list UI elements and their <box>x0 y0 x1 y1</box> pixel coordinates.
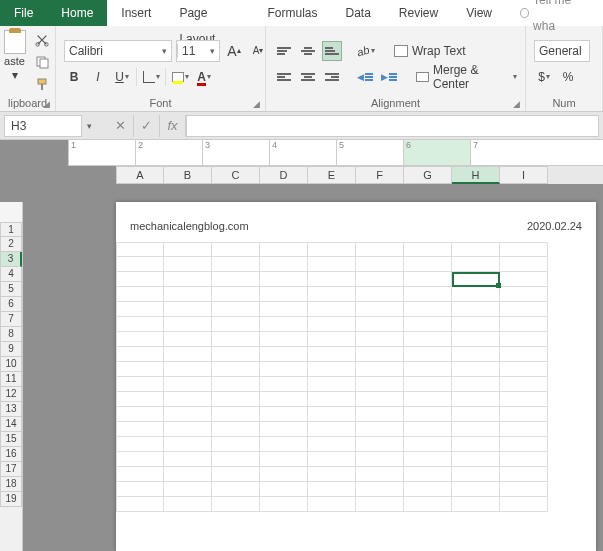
wrap-text-button[interactable]: Wrap Text <box>394 41 466 61</box>
cell[interactable] <box>404 422 452 437</box>
cell[interactable] <box>308 482 356 497</box>
cell[interactable] <box>500 407 548 422</box>
cell[interactable] <box>212 437 260 452</box>
cell[interactable] <box>500 392 548 407</box>
cell[interactable] <box>164 272 212 287</box>
cell[interactable] <box>452 437 500 452</box>
dialog-launcher-icon[interactable]: ◢ <box>41 99 51 109</box>
cell[interactable] <box>116 302 164 317</box>
cell[interactable] <box>116 497 164 512</box>
cell[interactable] <box>452 272 500 287</box>
row-header-1[interactable]: 1 <box>0 222 22 237</box>
cell[interactable] <box>116 347 164 362</box>
cell[interactable] <box>260 317 308 332</box>
orientation-button[interactable]: ab▾ <box>356 41 376 61</box>
cell[interactable] <box>212 272 260 287</box>
cell[interactable] <box>500 257 548 272</box>
formula-bar-input[interactable] <box>186 115 599 137</box>
cell[interactable] <box>212 287 260 302</box>
row-header-7[interactable]: 7 <box>0 312 22 327</box>
borders-button[interactable]: ▾ <box>141 67 161 87</box>
cell[interactable] <box>260 467 308 482</box>
enter-formula-button[interactable]: ✓ <box>134 115 160 137</box>
cell[interactable] <box>308 422 356 437</box>
cell[interactable] <box>308 272 356 287</box>
column-header-F[interactable]: F <box>356 166 404 184</box>
cell[interactable] <box>500 302 548 317</box>
cell[interactable] <box>404 302 452 317</box>
cell[interactable] <box>116 317 164 332</box>
cell[interactable] <box>356 467 404 482</box>
cell[interactable] <box>260 257 308 272</box>
row-header-16[interactable]: 16 <box>0 447 22 462</box>
cell[interactable] <box>452 467 500 482</box>
cell[interactable] <box>308 362 356 377</box>
row-header-2[interactable]: 2 <box>0 237 22 252</box>
row-header-14[interactable]: 14 <box>0 417 22 432</box>
cell[interactable] <box>212 482 260 497</box>
cell[interactable] <box>404 317 452 332</box>
bold-button[interactable]: B <box>64 67 84 87</box>
fill-color-button[interactable]: ▾ <box>170 67 190 87</box>
cell[interactable] <box>212 497 260 512</box>
cell[interactable] <box>452 482 500 497</box>
row-header-10[interactable]: 10 <box>0 357 22 372</box>
cell[interactable] <box>260 497 308 512</box>
cell[interactable] <box>404 272 452 287</box>
tab-view[interactable]: View <box>452 0 506 26</box>
cell[interactable] <box>308 452 356 467</box>
cell[interactable] <box>452 317 500 332</box>
cell[interactable] <box>356 287 404 302</box>
tab-home[interactable]: Home <box>47 0 107 26</box>
cell[interactable] <box>260 482 308 497</box>
cell[interactable] <box>308 332 356 347</box>
cell[interactable] <box>308 242 356 257</box>
row-header-5[interactable]: 5 <box>0 282 22 297</box>
cell[interactable] <box>452 497 500 512</box>
cell[interactable] <box>116 482 164 497</box>
cut-button[interactable] <box>32 30 52 50</box>
cell[interactable] <box>212 377 260 392</box>
cell[interactable] <box>452 422 500 437</box>
cell[interactable] <box>452 287 500 302</box>
cell[interactable] <box>116 362 164 377</box>
cell[interactable] <box>404 437 452 452</box>
align-left-button[interactable] <box>274 67 294 87</box>
cell[interactable] <box>308 257 356 272</box>
cell[interactable] <box>212 302 260 317</box>
cell[interactable] <box>452 362 500 377</box>
page-header-left[interactable]: mechanicalengblog.com <box>130 220 249 232</box>
cell[interactable] <box>212 242 260 257</box>
font-name-select[interactable]: Calibri ▾ <box>64 40 172 62</box>
cell[interactable] <box>260 302 308 317</box>
cell[interactable] <box>164 437 212 452</box>
cell[interactable] <box>260 347 308 362</box>
cell[interactable] <box>452 257 500 272</box>
tab-page-layout[interactable]: Page Layout <box>165 0 253 26</box>
cell[interactable] <box>500 452 548 467</box>
cell[interactable] <box>116 257 164 272</box>
increase-indent-button[interactable]: ▶ <box>379 67 399 87</box>
cell[interactable] <box>212 452 260 467</box>
tab-formulas[interactable]: Formulas <box>253 0 331 26</box>
cell[interactable] <box>356 482 404 497</box>
cell[interactable] <box>164 497 212 512</box>
cell[interactable] <box>260 392 308 407</box>
cell[interactable] <box>116 272 164 287</box>
cell[interactable] <box>404 407 452 422</box>
cancel-formula-button[interactable]: ✕ <box>108 115 134 137</box>
align-middle-button[interactable] <box>298 41 318 61</box>
cell[interactable] <box>356 332 404 347</box>
cell[interactable] <box>308 317 356 332</box>
cell[interactable] <box>452 242 500 257</box>
cell[interactable] <box>404 242 452 257</box>
row-header-15[interactable]: 15 <box>0 432 22 447</box>
cell[interactable] <box>404 452 452 467</box>
cell[interactable] <box>164 317 212 332</box>
cell[interactable] <box>260 272 308 287</box>
name-box[interactable]: H3 <box>4 115 82 137</box>
cell[interactable] <box>500 347 548 362</box>
cell[interactable] <box>356 272 404 287</box>
cell[interactable] <box>164 422 212 437</box>
cell[interactable] <box>356 437 404 452</box>
